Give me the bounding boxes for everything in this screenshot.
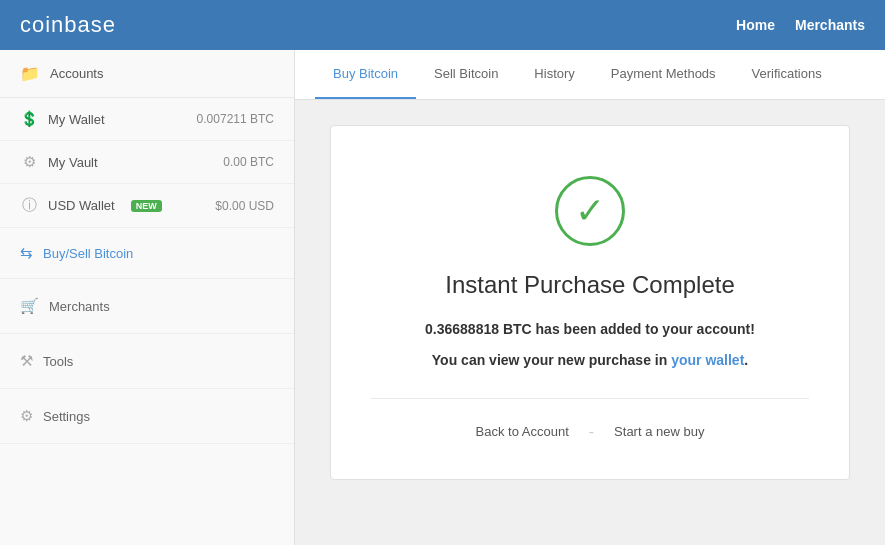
nav-merchants[interactable]: Merchants xyxy=(795,17,865,33)
header-nav: Home Merchants xyxy=(736,17,865,33)
tools-label: Tools xyxy=(43,354,73,369)
tab-buy-bitcoin[interactable]: Buy Bitcoin xyxy=(315,50,416,99)
sidebar-item-usd-wallet[interactable]: ⓘ USD Wallet NEW $0.00 USD xyxy=(0,184,294,228)
exchange-icon: ⇆ xyxy=(20,244,33,262)
settings-icon: ⚙ xyxy=(20,407,33,425)
vault-value: 0.00 BTC xyxy=(223,155,274,169)
app-header: coinbase Home Merchants xyxy=(0,0,885,50)
new-badge: NEW xyxy=(131,200,162,212)
settings-label: Settings xyxy=(43,409,90,424)
tab-verifications[interactable]: Verifications xyxy=(734,50,840,99)
tab-bar: Buy Bitcoin Sell Bitcoin History Payment… xyxy=(295,50,885,100)
main-content: Buy Bitcoin Sell Bitcoin History Payment… xyxy=(295,50,885,545)
back-to-account-link[interactable]: Back to Account xyxy=(456,419,589,444)
vault-icon: ⚙ xyxy=(20,153,38,171)
usd-icon: ⓘ xyxy=(20,196,38,215)
main-layout: 📁 Accounts 💲 My Wallet 0.007211 BTC ⚙ My… xyxy=(0,50,885,545)
sidebar-item-settings[interactable]: ⚙ Settings xyxy=(0,389,294,444)
purchase-title: Instant Purchase Complete xyxy=(371,271,809,299)
tools-icon: ⚒ xyxy=(20,352,33,370)
content-area: ✓ Instant Purchase Complete 0.36688818 B… xyxy=(295,100,885,505)
start-new-buy-link[interactable]: Start a new buy xyxy=(594,419,724,444)
tab-sell-bitcoin[interactable]: Sell Bitcoin xyxy=(416,50,516,99)
sidebar-item-vault[interactable]: ⚙ My Vault 0.00 BTC xyxy=(0,141,294,184)
success-icon-circle: ✓ xyxy=(555,176,625,246)
sidebar-accounts-header: 📁 Accounts xyxy=(0,50,294,98)
success-card: ✓ Instant Purchase Complete 0.36688818 B… xyxy=(330,125,850,480)
merchants-label: Merchants xyxy=(49,299,110,314)
buy-sell-label: Buy/Sell Bitcoin xyxy=(43,246,133,261)
sidebar: 📁 Accounts 💲 My Wallet 0.007211 BTC ⚙ My… xyxy=(0,50,295,545)
sidebar-item-tools[interactable]: ⚒ Tools xyxy=(0,334,294,389)
info-prefix: You can view your new purchase in xyxy=(432,352,671,368)
wallet-icon: 💲 xyxy=(20,110,38,128)
accounts-label: Accounts xyxy=(50,66,103,81)
card-actions: Back to Account - Start a new buy xyxy=(371,398,809,444)
nav-home[interactable]: Home xyxy=(736,17,775,33)
sidebar-item-buy-sell[interactable]: ⇆ Buy/Sell Bitcoin xyxy=(0,228,294,279)
sidebar-item-merchants[interactable]: 🛒 Merchants xyxy=(0,279,294,334)
vault-label: My Vault xyxy=(48,155,98,170)
usd-wallet-value: $0.00 USD xyxy=(215,199,274,213)
cart-icon: 🛒 xyxy=(20,297,39,315)
usd-wallet-label: USD Wallet xyxy=(48,198,115,213)
purchase-detail: 0.36688818 BTC has been added to your ac… xyxy=(371,319,809,340)
sidebar-item-wallet[interactable]: 💲 My Wallet 0.007211 BTC xyxy=(0,98,294,141)
info-suffix: . xyxy=(744,352,748,368)
logo: coinbase xyxy=(20,12,116,38)
folder-icon: 📁 xyxy=(20,64,40,83)
checkmark-icon: ✓ xyxy=(575,193,605,229)
wallet-link[interactable]: your wallet xyxy=(671,352,744,368)
wallet-label: My Wallet xyxy=(48,112,105,127)
wallet-value: 0.007211 BTC xyxy=(197,112,274,126)
tab-payment-methods[interactable]: Payment Methods xyxy=(593,50,734,99)
tab-history[interactable]: History xyxy=(516,50,592,99)
purchase-info: You can view your new purchase in your w… xyxy=(371,352,809,368)
